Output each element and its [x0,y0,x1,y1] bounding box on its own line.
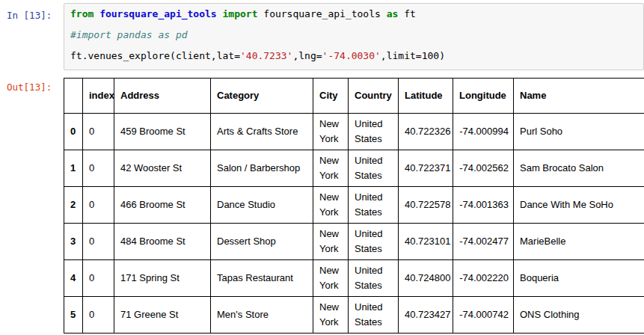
table-cell: United States [349,260,399,297]
table-cell: Sam Brocato Salon [514,150,644,187]
column-header-index: index [83,79,114,114]
row-index-label: 4 [64,260,83,297]
table-row: 1042 Wooster StSalon / BarbershopNew Yor… [64,150,644,187]
column-header-longitude: Longitude [453,79,514,114]
table-cell: New York [313,297,349,334]
table-cell: 0 [83,187,114,224]
table-cell: Men's Store [211,297,313,334]
table-header-row: index Address Category City Country Lati… [64,79,644,114]
table-row: 5071 Greene StMen's StoreNew YorkUnited … [64,297,644,334]
table-cell: New York [313,224,349,260]
table-row: 00459 Broome StArts & Crafts StoreNew Yo… [64,114,644,150]
table-row: 40171 Spring StTapas RestaurantNew YorkU… [64,260,644,297]
notebook-input-cell: In [13]: from foursquare_api_tools impor… [0,0,644,70]
table-cell: 171 Spring St [114,260,211,297]
table-cell: Tapas Restaurant [211,260,313,297]
code-line[interactable]: from foursquare_api_tools import foursqu… [70,4,637,25]
table-cell: 0 [83,114,114,150]
table-cell: Dance With Me SoHo [514,187,644,224]
code-token [217,8,223,19]
code-token: #import pandas as pd [70,29,188,40]
table-cell: 71 Greene St [114,297,211,334]
table-cell: Boqueria [514,260,644,297]
row-index-label: 0 [64,114,83,150]
table-cell: Dance Studio [211,187,313,224]
code-token: import [223,8,258,19]
output-prompt: Out[13]: [0,78,64,93]
code-token: as [387,8,399,19]
row-index-label: 2 [64,187,83,224]
table-cell: -74.002220 [453,260,514,297]
column-header-country: Country [349,79,399,114]
table-cell: 42 Wooster St [114,150,211,187]
table-cell: -74.002562 [453,150,514,187]
code-token [93,8,99,19]
table-cell: -74.000994 [453,114,514,150]
table-cell: 40.723101 [399,224,453,260]
table-cell: United States [349,224,399,260]
code-token: ,limit=100) [381,50,445,61]
code-token: from [70,8,93,19]
table-cell: 0 [83,260,114,297]
dataframe-output: index Address Category City Country Lati… [64,78,644,334]
table-corner-cell [64,79,83,114]
table-cell: 40.723427 [399,297,453,334]
table-row: 20466 Broome StDance StudioNew YorkUnite… [64,187,644,224]
row-index-label: 1 [64,150,83,187]
code-line[interactable]: ft.venues_explore(client,lat='40.7233',l… [70,46,637,67]
code-line[interactable]: #import pandas as pd [70,25,637,46]
table-cell: New York [313,150,349,187]
code-token: foursquare_api_tools [99,8,217,19]
table-cell: 40.722326 [399,114,453,150]
table-cell: New York [313,187,349,224]
code-token: foursquare_api_tools [257,8,386,19]
code-token: ,lng= [292,50,322,61]
table-cell: 0 [83,224,114,260]
table-cell: United States [349,150,399,187]
code-editor[interactable]: from foursquare_api_tools import foursqu… [64,3,644,70]
table-row: 30484 Broome StDessert ShopNew YorkUnite… [64,224,644,260]
code-token: ft [398,8,415,19]
table-cell: 40.724800 [399,260,453,297]
table-cell: -74.001363 [453,187,514,224]
code-token: '-74.0030' [322,50,381,61]
column-header-name: Name [514,79,644,114]
table-cell: United States [349,114,399,150]
column-header-category: Category [211,79,313,114]
table-cell: United States [349,297,399,334]
table-cell: 0 [83,150,114,187]
table-cell: 459 Broome St [114,114,211,150]
notebook-output-cell: Out[13]: index Address Category City Cou… [0,78,644,334]
column-header-address: Address [114,79,211,114]
row-index-label: 5 [64,297,83,334]
table-cell: Salon / Barbershop [211,150,313,187]
row-index-label: 3 [64,224,83,260]
table-cell: New York [313,114,349,150]
table-cell: Arts & Crafts Store [211,114,313,150]
code-token: '40.7233' [240,50,292,61]
table-cell: New York [313,260,349,297]
dataframe-table: index Address Category City Country Lati… [64,78,644,334]
table-cell: 466 Broome St [114,187,211,224]
table-cell: Purl Soho [514,114,644,150]
table-cell: 484 Broome St [114,224,211,260]
table-cell: -74.000742 [453,297,514,334]
table-cell: United States [349,187,399,224]
table-cell: 0 [83,297,114,334]
input-prompt: In [13]: [0,3,64,21]
table-cell: 40.722371 [399,150,453,187]
table-cell: Dessert Shop [211,224,313,260]
column-header-city: City [313,79,349,114]
table-cell: -74.002477 [453,224,514,260]
column-header-latitude: Latitude [399,79,453,114]
table-cell: ONS Clothing [514,297,644,334]
table-cell: 40.722578 [399,187,453,224]
code-token: ft.venues_explore(client,lat= [70,50,240,61]
table-cell: MarieBelle [514,224,644,260]
